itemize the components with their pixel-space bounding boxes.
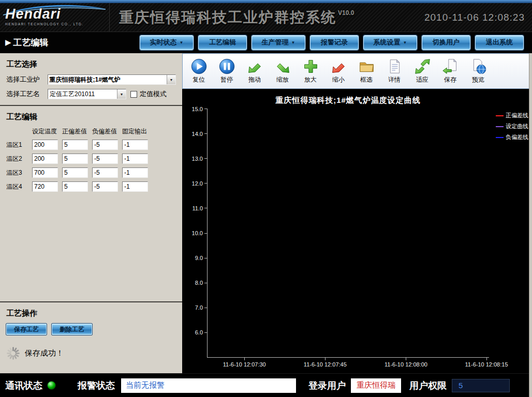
login-user-label: 登录用户 xyxy=(308,379,346,392)
loading-spinner-icon xyxy=(6,346,20,360)
zoom-button[interactable]: 缩放 xyxy=(269,55,297,87)
save-document-icon xyxy=(442,58,459,75)
legend-line-swatch xyxy=(496,115,504,116)
zone3-pos-deviation-input[interactable] xyxy=(62,167,88,178)
toolbar-label: 缩放 xyxy=(276,75,289,84)
nav-exit-system-button[interactable]: 退出系统 xyxy=(475,35,524,50)
fit-button[interactable]: 适应 xyxy=(408,55,436,87)
y-axis-tick: 11.0 xyxy=(204,208,208,208)
zone4-set-temp-input[interactable] xyxy=(32,181,58,192)
status-bar: 通讯状态 报警状态 当前无报警 登录用户 重庆恒得瑞 用户权限 5 xyxy=(0,373,532,397)
alarm-status-label: 报警状态 xyxy=(78,379,115,392)
zone3-neg-deviation-input[interactable] xyxy=(92,167,118,178)
y-axis-tick: 13.0 xyxy=(204,158,208,159)
zoom-out-button[interactable]: 缩小 xyxy=(324,55,352,87)
login-user-value: 重庆恒得瑞 xyxy=(357,380,395,390)
process-ops-buttons: 保存工艺 删除工艺 xyxy=(6,324,176,335)
preview-button[interactable]: 预览 xyxy=(464,55,492,87)
zone1-neg-deviation-input[interactable] xyxy=(92,140,118,150)
toolbar-label: 详情 xyxy=(388,75,401,84)
process-edit-section: 工艺编辑 设定温度 正偏差值 负偏差值 固定输出 温区1 温区2 xyxy=(0,106,182,302)
zone1-pos-deviation-input[interactable] xyxy=(62,140,88,150)
process-select-title: 工艺选择 xyxy=(6,59,176,69)
save-process-button[interactable]: 保存工艺 xyxy=(6,324,47,335)
user-permission-value: 5 xyxy=(459,381,463,390)
pause-button[interactable]: 暂停 xyxy=(213,55,241,87)
plot-area[interactable]: 15.0 14.0 13.0 12.0 11.0 10.0 9.0 8.0 7.… xyxy=(207,109,489,358)
nav-button-label: 系统设置 xyxy=(374,38,401,47)
save-status-message: 保存成功！ xyxy=(25,348,64,358)
fit-arrows-icon xyxy=(414,58,431,75)
alarm-status-field: 当前无报警 xyxy=(121,378,296,393)
process-name-label: 选择工艺名 xyxy=(6,89,48,99)
column-header-fixed-output: 固定输出 xyxy=(122,127,148,136)
process-edit-title: 工艺编辑 xyxy=(6,112,176,122)
save-chart-button[interactable]: 保存 xyxy=(436,55,464,87)
toolbar-label: 保存 xyxy=(444,75,456,84)
toolbar-label: 适应 xyxy=(416,75,428,84)
logo-subtext: HENDARI TECHNOLOGY CO., LTD. xyxy=(5,22,109,26)
comm-status-label: 通讯状态 xyxy=(5,379,42,392)
nav-button-label: 退出系统 xyxy=(486,38,513,47)
details-button[interactable]: 详情 xyxy=(380,55,408,87)
legend-label: 负偏差线 xyxy=(506,133,528,141)
nav-buttons: 实时状态 ▼ 工艺编辑 生产管理 ▼ 报警记录 系统设置 ▼ 切换用户 退出系统 xyxy=(140,35,524,50)
nav-switch-user-button[interactable]: 切换用户 xyxy=(422,35,470,50)
zoom-out-arrow-icon xyxy=(330,58,347,75)
toolbar-label: 缩小 xyxy=(332,75,345,84)
reset-button[interactable]: 复位 xyxy=(185,55,213,87)
zone2-pos-deviation-input[interactable] xyxy=(62,154,88,164)
furnace-select-label: 选择工业炉 xyxy=(6,75,48,84)
company-logo: Hendari HENDARI TECHNOLOGY CO., LTD. xyxy=(0,3,110,32)
fixed-mode-checkbox-group: 定值模式 xyxy=(130,89,167,99)
logo-text: Hendari xyxy=(5,7,109,22)
toolbar-label: 暂停 xyxy=(220,75,233,84)
save-process-label: 保存工艺 xyxy=(14,325,39,334)
y-axis-tick: 12.0 xyxy=(204,183,208,184)
zone4-row-label: 温区4 xyxy=(6,182,28,191)
nav-button-label: 报警记录 xyxy=(321,38,348,47)
legend-line-swatch xyxy=(496,126,504,127)
zone4-neg-deviation-input[interactable] xyxy=(92,181,118,192)
fixed-mode-checkbox[interactable] xyxy=(130,91,137,98)
nav-realtime-status-button[interactable]: 实时状态 ▼ xyxy=(140,35,194,50)
x-axis-tick: 11-6-10 12:07:45 xyxy=(325,357,326,360)
current-page-title-text: 工艺编辑 xyxy=(13,37,49,49)
delete-process-button[interactable]: 删除工艺 xyxy=(52,324,92,335)
drag-button[interactable]: 拖动 xyxy=(241,55,269,87)
delete-process-label: 删除工艺 xyxy=(60,325,84,334)
nav-button-label: 切换用户 xyxy=(433,38,460,47)
zone3-set-temp-input[interactable] xyxy=(32,167,58,178)
process-name-combobox[interactable]: 定值工艺201011 ▼ xyxy=(48,89,126,99)
login-user-field: 重庆恒得瑞 xyxy=(351,378,401,393)
legend-line-swatch xyxy=(496,137,504,138)
chevron-down-icon[interactable]: ▼ xyxy=(167,75,175,84)
nav-system-settings-button[interactable]: 系统设置 ▼ xyxy=(363,35,417,50)
zone1-fixed-output-input[interactable] xyxy=(122,140,148,150)
chevron-down-icon[interactable]: ▼ xyxy=(117,89,126,99)
zone2-row-label: 温区2 xyxy=(6,155,28,163)
chart-panel: 复位 暂停 拖动 xyxy=(182,53,532,373)
zone1-set-temp-input[interactable] xyxy=(32,140,58,150)
legend-label: 设定曲线 xyxy=(506,123,528,130)
play-circle-icon xyxy=(190,58,208,75)
box-select-button[interactable]: 框选 xyxy=(352,55,380,87)
zoom-in-button[interactable]: 放大 xyxy=(297,55,324,87)
zone2-neg-deviation-input[interactable] xyxy=(92,154,118,164)
process-name-value: 定值工艺201011 xyxy=(48,90,117,99)
chevron-down-icon: ▼ xyxy=(403,40,407,45)
y-axis-tick: 10.0 xyxy=(204,233,208,234)
nav-production-mgmt-button[interactable]: 生产管理 ▼ xyxy=(252,35,305,50)
toolbar-label: 框选 xyxy=(360,75,373,84)
zone4-fixed-output-input[interactable] xyxy=(122,181,148,192)
zone2-set-temp-input[interactable] xyxy=(32,154,58,164)
furnace-select-combobox[interactable]: 重庆恒得瑞科技;1#燃气炉 ▼ xyxy=(48,74,176,85)
current-page-title: ▶ 工艺编辑 xyxy=(5,37,49,49)
zone3-fixed-output-input[interactable] xyxy=(122,167,148,178)
legend-item-pos-deviation: 正偏差线 xyxy=(496,112,528,119)
nav-alarm-records-button[interactable]: 报警记录 xyxy=(310,35,359,50)
temperature-zone-table: 设定温度 正偏差值 负偏差值 固定输出 温区1 温区2 温区3 xyxy=(6,127,176,192)
zone2-fixed-output-input[interactable] xyxy=(122,154,148,164)
nav-process-edit-button[interactable]: 工艺编辑 xyxy=(198,35,247,50)
zone4-pos-deviation-input[interactable] xyxy=(62,181,88,192)
